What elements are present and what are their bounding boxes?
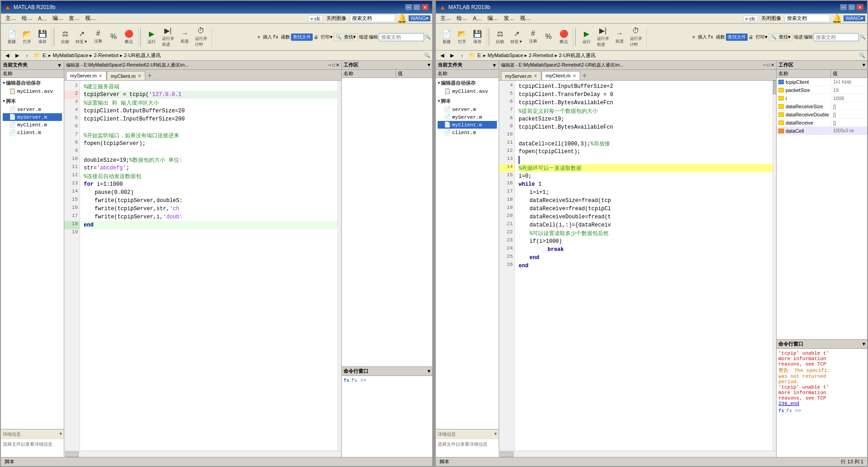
save-btn-right[interactable]: 💾保存	[470, 27, 485, 48]
run-advance-btn-left[interactable]: ▶|运行并前进	[160, 27, 176, 48]
left-hscroll-thumb[interactable]	[65, 452, 79, 457]
open-btn-right[interactable]: 📂打开	[455, 27, 469, 48]
notification-icon-left[interactable]: 🔔	[397, 14, 407, 24]
ws-item-datacell[interactable]: dataCell 1005x3 ce	[777, 127, 867, 135]
find-btn-left[interactable]: 🔍 查找▼	[334, 33, 358, 41]
right-editor-min[interactable]: ─	[763, 63, 766, 67]
menu-view-left[interactable]: 视…	[82, 14, 99, 23]
left-editor-max[interactable]: □	[332, 63, 335, 67]
notification-icon-right[interactable]: 🔔	[832, 14, 842, 24]
new-btn-left[interactable]: 📄新建	[5, 27, 19, 48]
right-code-content[interactable]: tcpipClient.InputBufferSize=2 tcpipClien…	[515, 81, 776, 451]
right-file-myclient[interactable]: 📄 myClient.m	[438, 121, 497, 129]
right-vscroll[interactable]	[773, 81, 776, 451]
find-file-btn-right[interactable]: 查找文件	[726, 34, 748, 41]
run-btn-right[interactable]: ▶运行	[579, 27, 594, 48]
right-tab-myserver-close[interactable]: ✕	[534, 73, 537, 78]
left-file-myclient[interactable]: 📄 myClient.m	[3, 121, 62, 129]
menu-draw-left[interactable]: 绘…	[19, 14, 35, 23]
ws-item-i[interactable]: i 1006	[777, 94, 867, 102]
left-editor-close[interactable]: ✕	[336, 63, 339, 67]
right-file-server[interactable]: 📄 server.m	[438, 106, 497, 113]
open-btn-left[interactable]: 📂打开	[20, 27, 34, 48]
save-btn-left[interactable]: 💾保存	[35, 27, 50, 48]
path-back-right[interactable]: ◀	[438, 52, 447, 60]
right-tab-add[interactable]: +	[581, 72, 589, 80]
right-minimize-btn[interactable]: ─	[840, 4, 847, 10]
left-file-panel-arrow[interactable]: ▼	[57, 63, 62, 68]
goto-btn-left[interactable]: ↗转至▼	[73, 27, 90, 48]
left-ws-arrow[interactable]: ▼	[427, 63, 430, 68]
ws-item-datareceivedouble[interactable]: dataReceiveDouble []	[777, 111, 867, 119]
menu-a-right[interactable]: A…	[470, 14, 485, 23]
path-forward-left[interactable]: ▶	[13, 52, 22, 60]
menu-draw-right[interactable]: 绘…	[454, 14, 470, 23]
right-tab-myserver[interactable]: myServer.m ✕	[501, 71, 541, 80]
ws-item-datareceive[interactable]: dataReceive []	[777, 119, 867, 127]
right-file-panel-arrow[interactable]: ▼	[492, 63, 497, 68]
right-file-myclientasv[interactable]: 📋 myClient.asv	[438, 87, 497, 95]
path-back-left[interactable]: ◀	[3, 52, 12, 60]
path-up-left[interactable]: ↑	[23, 52, 32, 60]
right-file-client[interactable]: 📄 client.m	[438, 129, 497, 136]
left-close-btn[interactable]: ✕	[421, 4, 429, 10]
left-tab-myserver[interactable]: myServer.m ✕	[66, 71, 106, 80]
path-search-icon-right[interactable]: 🔍	[859, 53, 865, 58]
right-hscroll-thumb[interactable]	[500, 452, 514, 457]
menu-publish-left[interactable]: 发…	[66, 14, 82, 23]
compare-btn-left[interactable]: ⚖比较	[58, 27, 72, 48]
left-file-client[interactable]: 📄 client.m	[3, 129, 62, 136]
run-advance-btn-right[interactable]: ▶|运行并前进	[595, 27, 611, 48]
run-btn-left[interactable]: ▶运行	[144, 27, 159, 48]
run-time-btn-right[interactable]: ⏱运行并计时	[628, 27, 644, 48]
left-file-myserver[interactable]: 📄 myServer.m	[3, 113, 62, 121]
left-cmd-content[interactable]: fx fx >>	[342, 376, 432, 457]
breakpoint-btn-left[interactable]: 🔴断点	[122, 27, 136, 48]
right-details-toggle[interactable]: 详细信息 ▼	[436, 429, 499, 439]
right-close-btn[interactable]: ✕	[856, 4, 863, 10]
menu-main-right[interactable]: 主…	[438, 14, 454, 23]
compare-btn-right[interactable]: ⚖比较	[493, 27, 507, 48]
right-vscroll-thumb[interactable]	[773, 81, 776, 94]
right-file-myserver[interactable]: 📄 myServer.m	[438, 113, 497, 121]
ws-item-tcpipclient[interactable]: tcpipClient 1x1 tcpip	[777, 78, 867, 86]
menu-edit-right[interactable]: 编…	[485, 14, 501, 23]
left-tab-myserver-close[interactable]: ✕	[99, 73, 102, 78]
left-tab-add[interactable]: +	[146, 72, 154, 80]
indent-btn-right[interactable]: %	[541, 27, 556, 48]
search-input-left[interactable]	[379, 33, 424, 41]
indent-btn-left[interactable]: %	[106, 27, 121, 48]
right-editor-max[interactable]: □	[767, 63, 770, 67]
left-tab-myclient-close[interactable]: ✕	[138, 73, 141, 78]
print-btn-left[interactable]: 🖨 打印▼	[314, 34, 333, 40]
left-editor-min[interactable]: ─	[328, 63, 331, 67]
right-hscroll[interactable]	[499, 451, 776, 457]
right-editor-close[interactable]: ✕	[771, 63, 774, 67]
left-cmd-arrow[interactable]: ▼	[427, 369, 430, 374]
print-btn-right[interactable]: 🖨 打印▼	[749, 34, 768, 40]
advance-btn-right[interactable]: →前进	[612, 27, 627, 48]
left-hscroll[interactable]	[64, 451, 341, 457]
path-search-icon-left[interactable]: 🔍	[424, 53, 430, 58]
user-btn-right[interactable]: WANG▾	[844, 15, 865, 21]
cmd-link-1[interactable]: 238_end	[778, 401, 865, 406]
new-btn-right[interactable]: 📄新建	[439, 27, 454, 48]
advance-btn-left[interactable]: →前进	[177, 27, 192, 48]
right-cmd-arrow[interactable]: ▼	[862, 342, 865, 347]
right-cmd-content[interactable]: 'tcpip' unable t' more information reaso…	[777, 349, 867, 457]
left-file-myclientasv[interactable]: 📋 myClient.asv	[3, 87, 62, 95]
menu-edit-left[interactable]: 编…	[50, 14, 66, 23]
left-file-server[interactable]: 📄 server.m	[3, 106, 62, 113]
left-vscroll[interactable]	[338, 81, 341, 451]
find-btn-right[interactable]: 🔍 查找▼	[768, 33, 793, 41]
search-icon-right[interactable]: 🔍	[860, 34, 865, 40]
comment-btn-left[interactable]: #注释	[91, 27, 105, 48]
menu-view-right[interactable]: 视…	[517, 14, 534, 23]
path-forward-right[interactable]: ▶	[448, 52, 457, 60]
run-time-btn-left[interactable]: ⏱运行并计时	[193, 27, 210, 48]
path-up-right[interactable]: ↑	[458, 52, 467, 60]
user-btn-left[interactable]: WANG▾	[409, 15, 430, 21]
search-icon-left[interactable]: 🔍	[425, 34, 430, 40]
goto-btn-right[interactable]: ↗转至▼	[508, 27, 525, 48]
right-ws-arrow[interactable]: ▼	[862, 63, 865, 68]
